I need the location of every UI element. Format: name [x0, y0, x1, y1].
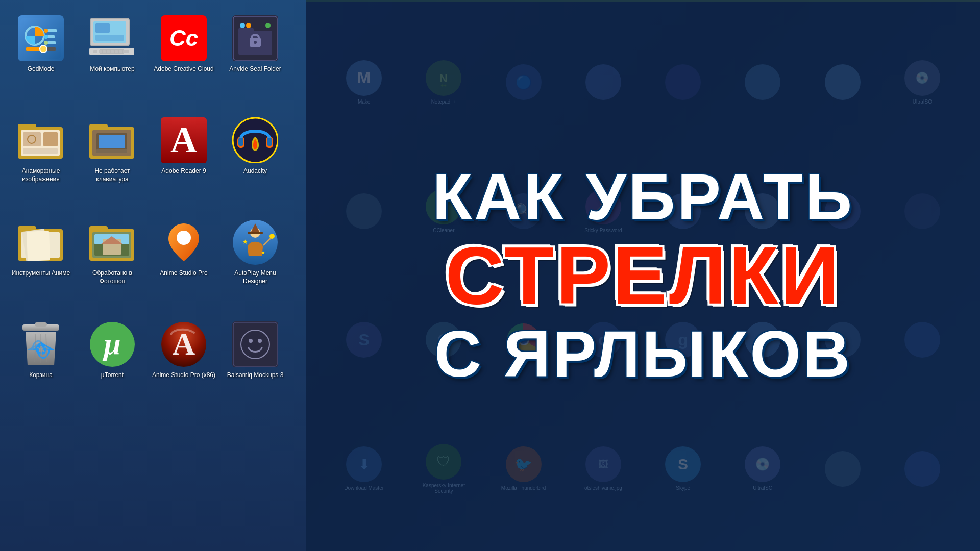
svg-point-76 — [270, 234, 275, 239]
audacity-icon-img — [232, 117, 278, 163]
bg-icon-18 — [885, 278, 960, 402]
autoplay-icon: ★ ★ — [232, 219, 278, 265]
balsamiq-icon — [232, 321, 278, 367]
ne-rabotaet-folder-icon — [89, 120, 135, 161]
svg-rect-21 — [119, 50, 122, 53]
bg-icon-thunderbird: 🐦 Mozilla Thunderbird — [486, 407, 561, 531]
desktop-icon-anime-pro[interactable]: A Anime Studio Pro (x86) — [148, 316, 219, 413]
utorrent-label: µTorrent — [101, 371, 124, 380]
title-overlay: КАК УБРАТЬ СТРЕЛКИ С ЯРЛЫКОВ — [422, 154, 864, 397]
svg-point-3 — [44, 29, 48, 33]
adobe-cc-icon-img: Cc — [161, 15, 207, 61]
bg-icon-ultraiso: 💿 UltraISO — [885, 20, 960, 144]
desktop-icon-anamorf[interactable]: Анаморфные изображения — [5, 112, 77, 209]
svg-point-33 — [254, 41, 257, 44]
svg-text:μ: μ — [102, 327, 120, 361]
svg-rect-64 — [89, 226, 108, 233]
svg-rect-6 — [47, 41, 56, 44]
desktop-icon-anime-studio[interactable]: Anime Studio Pro — [148, 214, 219, 311]
svg-text:★: ★ — [242, 238, 248, 245]
anime-studio-icon — [161, 219, 207, 265]
bg-icon-download: ⬇ Download Master — [327, 407, 401, 531]
svg-rect-24 — [112, 23, 124, 33]
svg-point-5 — [44, 35, 48, 39]
desktop-icon-mypc[interactable]: Мой компьютер — [77, 10, 148, 107]
anvide-icon-img — [232, 15, 278, 61]
adobe-cc-icon: Cc — [161, 15, 207, 61]
anime-pro-icon: A — [161, 321, 207, 367]
svg-rect-62 — [27, 231, 50, 261]
svg-rect-42 — [23, 148, 58, 154]
audacity-label: Audacity — [243, 167, 267, 176]
anime-studio-label: Anime Studio Pro — [160, 269, 207, 278]
svg-point-35 — [246, 23, 251, 28]
svg-rect-22 — [123, 50, 129, 53]
svg-point-7 — [44, 41, 48, 45]
svg-rect-17 — [103, 50, 106, 53]
desktop-icon-instrumenty[interactable]: Инструменты Аниме — [5, 214, 77, 311]
instrumenty-icon-img — [18, 219, 64, 265]
svg-point-70 — [177, 231, 191, 245]
obrabotano-label: Обработано в Фотошоп — [79, 269, 145, 285]
svg-text:A: A — [170, 119, 197, 160]
desktop-icon-obrabotano[interactable]: Обработано в Фотошоп — [77, 214, 148, 311]
autoplay-icon-img: ★ ★ — [232, 219, 278, 265]
balsamiq-label: Balsamiq Mockups 3 — [227, 371, 284, 380]
anamorf-icon-img — [18, 117, 64, 163]
obrabotano-icon-img — [89, 219, 135, 265]
bg-icon-5 — [805, 20, 880, 144]
desktop-icon-adobe-cc[interactable]: Cc Adobe Creative Cloud — [148, 10, 219, 107]
autoplay-label: AutoPlay Menu Designer — [222, 269, 288, 285]
svg-rect-25 — [95, 35, 124, 41]
balsamiq-icon-img — [232, 321, 278, 367]
bg-icon-skype: S Skype — [646, 407, 720, 531]
mypc-label: Мой компьютер — [90, 65, 134, 73]
svg-text:★: ★ — [261, 249, 265, 255]
svg-text:Cc: Cc — [169, 26, 198, 51]
instrumenty-folder-icon — [18, 222, 64, 263]
desktop-icon-balsamiq[interactable]: Balsamiq Mockups 3 — [219, 316, 291, 413]
desktop-icon-ne-rabotaet[interactable]: Не работает клавиатура — [77, 112, 148, 209]
desktop-icon-audacity[interactable]: Audacity — [219, 112, 291, 209]
svg-rect-15 — [93, 50, 97, 53]
svg-rect-49 — [96, 149, 127, 153]
svg-rect-38 — [18, 124, 36, 131]
svg-rect-80 — [35, 322, 47, 327]
godmode-icon-img — [18, 15, 64, 61]
desktop-icon-reader[interactable]: A Adobe Reader 9 — [148, 112, 219, 209]
bg-icon-6 — [327, 149, 401, 273]
anamorf-label: Анаморфные изображения — [8, 167, 74, 183]
svg-rect-4 — [47, 35, 55, 38]
desktop-icon-utorrent[interactable]: μ µTorrent — [77, 316, 148, 413]
anamorf-folder-icon — [18, 120, 64, 161]
title-line3: С ЯРЛЫКОВ — [434, 321, 852, 387]
bg-icon-19 — [805, 407, 880, 531]
bg-icon-ultraiso2: 💿 UltraISO — [725, 407, 800, 531]
desktop-icon-autoplay[interactable]: ★ ★ AutoPlay Menu Designer — [219, 214, 291, 311]
reader-icon-img: A — [161, 117, 207, 163]
bg-icon-12: S — [327, 278, 401, 402]
bg-icon-otsleshivanie: 🖼 otsleshivanie.jpg — [566, 407, 641, 531]
svg-rect-18 — [107, 50, 110, 53]
svg-rect-20 — [115, 50, 118, 53]
svg-rect-89 — [232, 321, 278, 367]
svg-rect-19 — [111, 50, 114, 53]
anime-pro-label: Anime Studio Pro (x86) — [152, 371, 215, 380]
bg-icon-11 — [885, 149, 960, 273]
korzina-label: Корзина — [29, 371, 53, 380]
desktop-icon-korzina[interactable]: ♻ Корзина — [5, 316, 77, 413]
desktop-icon-godmode[interactable]: GodMode — [5, 10, 77, 107]
svg-rect-16 — [99, 50, 102, 53]
ne-rabotaet-icon-img — [89, 117, 135, 163]
bg-icon-2 — [566, 20, 641, 144]
adobe-cc-label: Adobe Creative Cloud — [154, 65, 213, 73]
svg-rect-57 — [267, 138, 272, 146]
bg-icon-4 — [725, 20, 800, 144]
reader-label: Adobe Reader 9 — [161, 167, 206, 176]
svg-point-34 — [240, 23, 245, 28]
svg-rect-45 — [89, 124, 108, 131]
svg-point-93 — [258, 339, 262, 343]
svg-point-10 — [40, 45, 47, 53]
desktop-icon-anvide[interactable]: Anvide Seal Folder — [219, 10, 291, 107]
anvide-label: Anvide Seal Folder — [229, 65, 281, 73]
